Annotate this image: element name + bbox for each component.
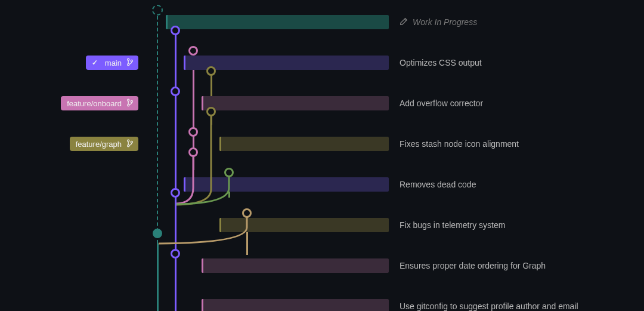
- commit-message-area: Ensures proper date ordering for Graph: [400, 255, 632, 276]
- commit-node[interactable]: [206, 66, 216, 76]
- commit-bar: [219, 137, 389, 151]
- commit-row[interactable]: Fix bugs in telemetry system: [0, 215, 644, 235]
- branch-icon: [126, 139, 134, 149]
- commit-accent: [202, 299, 203, 311]
- curve-green-merge: [175, 173, 231, 208]
- commit-node[interactable]: [171, 188, 180, 198]
- commit-message: Optimizes CSS output: [400, 58, 482, 67]
- branch-label: feature/onboard: [67, 99, 122, 108]
- svg-point-2: [131, 60, 132, 61]
- svg-point-1: [128, 63, 129, 65]
- svg-point-5: [131, 100, 132, 102]
- commit-message: Add overflow corrector: [400, 98, 483, 108]
- branch-tags: feature/onboard: [0, 96, 143, 110]
- svg-point-7: [128, 144, 129, 146]
- commit-message-area: Fixes stash node icon alignment: [400, 134, 632, 154]
- commit-message: Removes dead code: [400, 180, 476, 189]
- commit-bar: [202, 96, 389, 110]
- commit-node[interactable]: [242, 208, 252, 218]
- pencil-icon: [400, 17, 408, 27]
- commit-accent: [219, 137, 221, 151]
- branch-tag-main[interactable]: ✓main: [86, 56, 138, 70]
- branch-tags: ✓main: [0, 56, 143, 70]
- commit-node-fill: [154, 230, 161, 237]
- branch-tag-onboard[interactable]: feature/onboard: [61, 96, 138, 110]
- svg-point-8: [131, 141, 132, 143]
- commit-row[interactable]: Removes dead code: [0, 174, 644, 195]
- commit-node[interactable]: [171, 26, 180, 35]
- commit-node[interactable]: [224, 168, 234, 177]
- commit-node[interactable]: [171, 87, 180, 96]
- commit-accent: [166, 15, 168, 29]
- commit-node[interactable]: [188, 147, 198, 157]
- commit-accent: [202, 96, 203, 110]
- commit-node[interactable]: [152, 5, 163, 16]
- commit-bar: [202, 299, 389, 311]
- branch-tags: feature/graph: [0, 137, 143, 151]
- branch-icon: [126, 58, 134, 68]
- svg-point-0: [128, 58, 129, 60]
- commit-bar: [202, 258, 389, 273]
- check-icon: ✓: [92, 58, 98, 67]
- commit-node[interactable]: [188, 127, 198, 137]
- branch-label: main: [105, 58, 122, 67]
- git-graph-view: Work In Progress✓mainOptimizes CSS outpu…: [0, 0, 644, 311]
- commit-node[interactable]: [206, 107, 216, 116]
- commit-message-area: Removes dead code: [400, 174, 632, 195]
- commit-row[interactable]: Ensures proper date ordering for Graph: [0, 255, 644, 276]
- svg-point-4: [128, 104, 129, 106]
- commit-row[interactable]: ✓mainOptimizes CSS output: [0, 53, 644, 73]
- commit-row[interactable]: feature/onboardAdd overflow corrector: [0, 93, 644, 113]
- commit-message-area: Use gitconfig to suggest profile author …: [400, 296, 632, 311]
- curve-sand-merge: [157, 213, 249, 248]
- commit-node[interactable]: [188, 46, 198, 56]
- svg-point-3: [128, 99, 129, 101]
- commit-message: Work In Progress: [413, 17, 477, 27]
- commit-message-area: Fix bugs in telemetry system: [400, 215, 632, 235]
- commit-message: Fix bugs in telemetry system: [400, 220, 505, 230]
- commit-accent: [184, 56, 185, 70]
- branch-label: feature/graph: [76, 140, 122, 149]
- commit-row[interactable]: Work In Progress: [0, 12, 644, 32]
- commit-node[interactable]: [171, 249, 180, 258]
- commit-accent: [202, 258, 203, 273]
- commit-message: Fixes stash node icon alignment: [400, 139, 519, 149]
- commit-message-area: Optimizes CSS output: [400, 53, 632, 73]
- svg-point-6: [128, 140, 129, 141]
- branch-tag-graph[interactable]: feature/graph: [70, 137, 138, 151]
- branch-icon: [126, 98, 134, 109]
- commit-bar: [166, 15, 389, 29]
- commit-row[interactable]: Use gitconfig to suggest profile author …: [0, 296, 644, 311]
- lane-wip: [157, 10, 159, 244]
- commit-message-area: Work In Progress: [400, 12, 632, 32]
- commit-message: Ensures proper date ordering for Graph: [400, 261, 546, 270]
- commit-row[interactable]: feature/graphFixes stash node icon align…: [0, 134, 644, 154]
- commit-message: Use gitconfig to suggest profile author …: [400, 301, 578, 311]
- commit-message-area: Add overflow corrector: [400, 93, 632, 113]
